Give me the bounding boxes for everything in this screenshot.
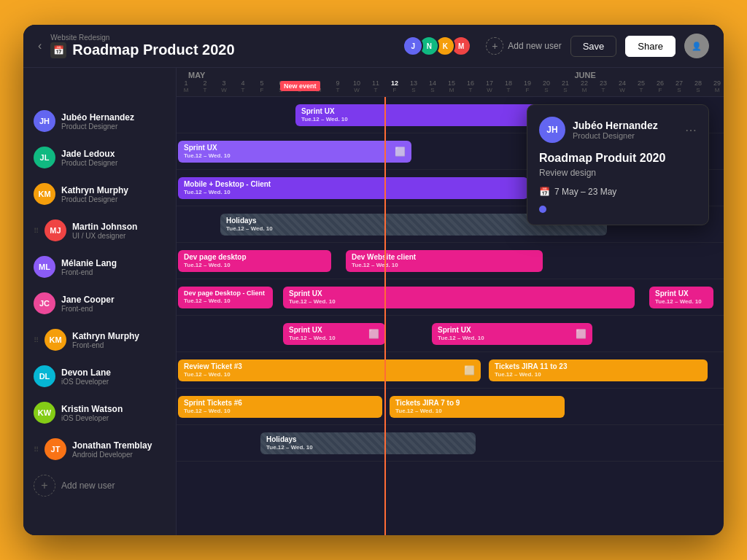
- event-sprint-ux-jubeo[interactable]: Sprint UX Tue.12 – Wed. 10: [295, 104, 565, 126]
- avatar-kristin-sm: KW: [34, 402, 55, 424]
- timeline-row-5: Dev page Desktop - Client Tue.12 – Wed. …: [177, 279, 724, 316]
- sidebar-user-kristin[interactable]: KW Kristin Watson iOS Developer: [23, 394, 176, 431]
- day-21: 21: [556, 79, 575, 87]
- event-sprint-tickets-6[interactable]: Sprint Tickets #6 Tue.12 – Wed. 10: [178, 396, 382, 418]
- sidebar-user-martin[interactable]: ⠿ MJ Martin Johnson UI / UX designer: [23, 212, 176, 249]
- event-review-ticket-3[interactable]: Review Ticket #3 Tue.12 – Wed. 10 ⬜: [178, 359, 481, 381]
- user-info-melanie: Mélanie Lang Front-end: [61, 258, 166, 276]
- breadcrumb: Website Redesign: [50, 34, 234, 42]
- page-title: Roadmap Product 2020: [72, 42, 234, 58]
- popup-date: 7 May – 23 May: [554, 187, 616, 197]
- drag-handle-jonathan: ⠿: [34, 446, 39, 454]
- month-row: MAY JUNE: [177, 68, 724, 79]
- day-14: 14: [423, 79, 442, 87]
- drag-handle-martin: ⠿: [34, 227, 39, 235]
- avatar-jane-sm: JC: [34, 292, 55, 314]
- event-mobile-desktop[interactable]: Mobile + Desktop - Client Tue.12 – Wed. …: [178, 177, 528, 199]
- add-user-sidebar-icon: +: [34, 475, 55, 497]
- add-user-sidebar-label: Add new user: [61, 481, 115, 491]
- day-4: 4: [233, 79, 252, 87]
- timeline-header: MAY JUNE New event 1 2 3 4 5 6 7 8 9 10 …: [177, 68, 724, 97]
- avatar-jubeo: J: [403, 36, 423, 56]
- day-28: 28: [689, 79, 708, 87]
- calendar-icon: 📅: [50, 42, 66, 58]
- save-button[interactable]: Save: [570, 36, 617, 57]
- popup-user-role: Product Designer: [573, 131, 678, 140]
- event-sprint-ux-jane[interactable]: Sprint UX Tue.12 – Wed. 10: [283, 287, 635, 308]
- user-info-kristin: Kristin Watson iOS Developer: [61, 404, 166, 422]
- month-may: MAY: [182, 71, 211, 79]
- popup-avatar: JH: [539, 117, 565, 143]
- day-15: 15: [442, 79, 461, 87]
- add-user-sidebar-button[interactable]: + Add new user: [23, 467, 176, 504]
- day-3: 3: [214, 79, 233, 87]
- day-5: 5: [252, 79, 271, 87]
- sidebar-user-jane[interactable]: JC Jane Cooper Front-end: [23, 285, 176, 322]
- day-23: 23: [594, 79, 613, 87]
- day-row: New event 1 2 3 4 5 6 7 8 9 10 11 12 13 …: [177, 79, 724, 87]
- sidebar-user-devon[interactable]: DL Devon Lane iOS Developer: [23, 358, 176, 394]
- current-user-avatar[interactable]: 👤: [684, 34, 709, 58]
- share-button[interactable]: Share: [625, 36, 676, 57]
- avatar-jubeo-sm: JH: [34, 110, 55, 132]
- event-dev-page-desktop-client[interactable]: Dev page Desktop - Client Tue.12 – Wed. …: [178, 287, 273, 308]
- app-window: ‹ Website Redesign 📅 Roadmap Product 202…: [23, 25, 724, 535]
- user-info-jane: Jane Cooper Front-end: [61, 295, 166, 313]
- sidebar-user-kathryn2[interactable]: ⠿ KM Kathryn Murphy Front-end: [23, 322, 176, 358]
- day-20: 20: [537, 79, 556, 87]
- drag-handle-kathryn2: ⠿: [34, 336, 39, 344]
- timeline-row-6: Sprint UX Tue.12 – Wed. 10 ⬜ Sprint UX T…: [177, 316, 724, 352]
- avatar-kathryn1-sm: KM: [34, 183, 55, 205]
- sidebar-user-melanie[interactable]: ML Mélanie Lang Front-end: [23, 249, 176, 285]
- event-sprint-ux-jane-2[interactable]: Sprint UX Tue.12 – Wed. 10: [649, 287, 713, 308]
- month-june: JUNE: [568, 71, 601, 79]
- timeline-rows: Sprint UX Tue.12 – Wed. 10 Sprint UX Tue…: [177, 97, 724, 535]
- new-event-badge: New event: [280, 81, 320, 91]
- sidebar-user-jade[interactable]: JL Jade Ledoux Product Designer: [23, 139, 176, 176]
- day-29: 29: [708, 79, 724, 87]
- event-popup: JH Jubéo Hernandez Product Designer ⋯ Ro…: [527, 104, 709, 225]
- event-tickets-jira-7-9[interactable]: Tickets JIRA 7 to 9 Tue.12 – Wed. 10: [390, 396, 565, 418]
- popup-header: JH Jubéo Hernandez Product Designer ⋯: [539, 117, 697, 143]
- user-info-martin: Martin Johnson UI / UX designer: [72, 222, 166, 240]
- user-avatars: J N K M: [403, 36, 471, 56]
- event-sprint-ux-k2[interactable]: Sprint UX Tue.12 – Wed. 10 ⬜: [283, 323, 385, 345]
- popup-project-subtitle: Review design: [539, 168, 697, 178]
- popup-menu-icon[interactable]: ⋯: [685, 123, 697, 137]
- timeline-row-7: Review Ticket #3 Tue.12 – Wed. 10 ⬜ Tick…: [177, 352, 724, 389]
- day-26: 26: [651, 79, 670, 87]
- sidebar-user-kathryn1[interactable]: KM Kathryn Murphy Product Designer: [23, 176, 176, 212]
- popup-project-title: Roadmap Produit 2020: [539, 152, 697, 165]
- header: ‹ Website Redesign 📅 Roadmap Product 202…: [23, 25, 724, 68]
- day-27: 27: [670, 79, 689, 87]
- sidebar-user-jubeo[interactable]: JH Jubéo Hernandez Product Designer: [23, 103, 176, 139]
- day-24: 24: [613, 79, 632, 87]
- event-dev-page-desktop[interactable]: Dev page desktop Tue.12 – Wed. 10: [178, 250, 331, 272]
- day-11: 11: [366, 79, 385, 87]
- user-info-jubeo: Jubéo Hernandez Product Designer: [61, 112, 166, 131]
- user-info-jade: Jade Ledoux Product Designer: [61, 149, 166, 167]
- add-user-header-button[interactable]: + Add new user: [486, 37, 561, 55]
- event-dev-website-client[interactable]: Dev Website client Tue.12 – Wed. 10: [346, 250, 543, 272]
- avatar-martin-sm: MJ: [44, 219, 66, 241]
- day-9: 9: [328, 79, 347, 87]
- day-12: 12: [385, 79, 404, 87]
- event-holidays-jonathan[interactable]: Holidays Tue.12 – Wed. 10: [260, 432, 476, 454]
- event-sprint-ux-k2-2[interactable]: Sprint UX Tue.12 – Wed. 10 ⬜: [432, 323, 592, 345]
- back-button[interactable]: ‹: [38, 39, 42, 52]
- popup-status-dot: [539, 206, 546, 213]
- event-sprint-ux-jade[interactable]: Sprint UX Tue.12 – Wed. 10 ⬜: [178, 141, 411, 163]
- day-25: 25: [632, 79, 651, 87]
- popup-calendar-icon: 📅: [539, 187, 550, 197]
- avatar-melanie-sm: ML: [34, 256, 55, 278]
- timeline-row-9: Holidays Tue.12 – Wed. 10: [177, 425, 724, 462]
- sidebar-user-jonathan[interactable]: ⠿ JT Jonathan Tremblay Android Developer: [23, 431, 176, 467]
- user-info-kathryn2: Kathryn Murphy Front-end: [72, 331, 166, 349]
- day-19: 19: [518, 79, 537, 87]
- event-tickets-jira-11-23[interactable]: Tickets JIRA 11 to 23 Tue.12 – Wed. 10: [489, 359, 708, 381]
- popup-user-name: Jubéo Hernandez: [573, 120, 678, 131]
- header-title-row: 📅 Roadmap Product 2020: [50, 42, 234, 58]
- day-18: 18: [499, 79, 518, 87]
- user-info-jonathan: Jonathan Tremblay Android Developer: [72, 440, 166, 459]
- user-info-devon: Devon Lane iOS Developer: [61, 368, 166, 386]
